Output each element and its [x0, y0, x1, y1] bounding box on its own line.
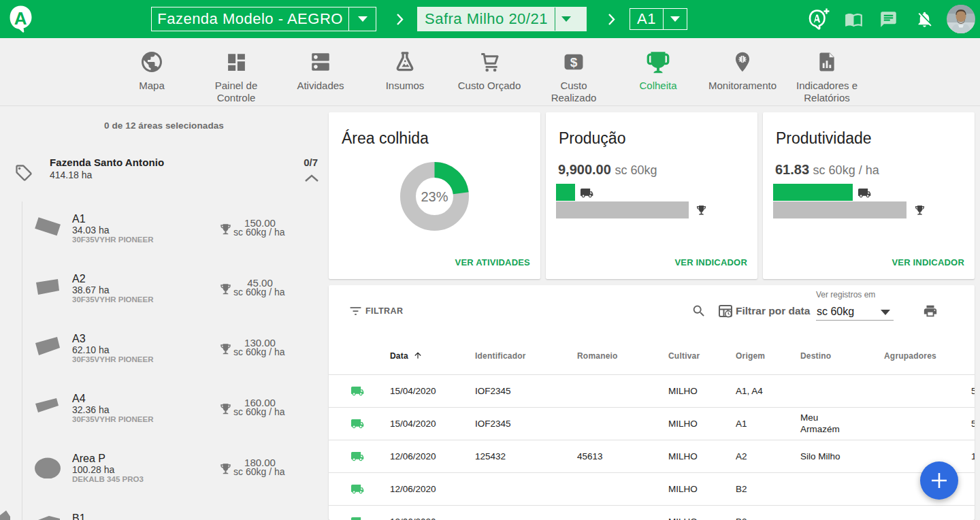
svg-text:$: $: [570, 55, 578, 69]
svg-text:23%: 23%: [421, 189, 448, 204]
svg-text:A: A: [14, 8, 27, 29]
